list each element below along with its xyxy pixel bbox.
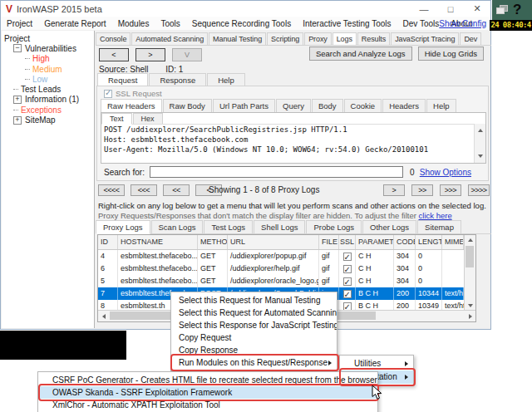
menu-utilities[interactable]: Utilities bbox=[340, 357, 413, 370]
page-next-button[interactable]: > bbox=[383, 184, 405, 196]
menu-csrf-poc-generator[interactable]: CSRF PoC Generator - Creates HTML file t… bbox=[38, 374, 377, 386]
col-file[interactable]: FILE bbox=[319, 235, 339, 249]
ssl-checkbox[interactable] bbox=[343, 253, 352, 261]
tab-hex[interactable]: Hex bbox=[133, 113, 163, 124]
tab-automated-scanning[interactable]: Automated Scanning bbox=[131, 32, 208, 45]
tab-url-path-parts[interactable]: Url Path Parts bbox=[213, 99, 275, 112]
menu-xmlchor[interactable]: XmlChor - Automatic XPATH Exploitation T… bbox=[38, 399, 377, 411]
tab-scan-logs[interactable]: Scan Logs bbox=[151, 220, 204, 233]
tree-item-high[interactable]: High bbox=[32, 54, 50, 63]
col-hostname[interactable]: HOSTNAME bbox=[118, 235, 198, 249]
log-prev-button[interactable]: < bbox=[99, 48, 129, 61]
tab-body[interactable]: Body bbox=[312, 99, 343, 112]
tree-item-information[interactable]: Information (1) bbox=[25, 95, 79, 104]
menu-run-modules[interactable]: Run Modules on this Request/Response bbox=[171, 356, 337, 369]
tab-cookie[interactable]: Cookie bbox=[344, 99, 382, 112]
tab-results[interactable]: Results bbox=[357, 32, 390, 45]
menu-owasp-skanda[interactable]: OWASP Skanda - SSRF Exploitation Framewo… bbox=[38, 386, 377, 399]
search-input[interactable] bbox=[150, 166, 403, 178]
menu-tools[interactable]: Tools bbox=[155, 19, 185, 28]
col-length[interactable]: LENGTH bbox=[416, 235, 442, 249]
scroll-right-icon[interactable] bbox=[465, 311, 475, 321]
menu-dev-tools[interactable]: Dev Tools bbox=[397, 19, 446, 28]
tab-dev[interactable]: Dev bbox=[460, 32, 481, 45]
tree-item-medium[interactable]: Medium bbox=[32, 65, 62, 74]
menu-generate-report[interactable]: Generate Report bbox=[38, 19, 112, 28]
tree-item-test-leads[interactable]: Test Leads bbox=[21, 85, 61, 94]
col-code[interactable]: CODE bbox=[394, 235, 416, 249]
table-row[interactable]: 5 esbmbltest.thefacebo... GET /uddiexplo… bbox=[98, 275, 475, 287]
menu-select-automated-scanning[interactable]: Select this Request for Automated Scanni… bbox=[171, 307, 337, 319]
page-back2-button[interactable]: << bbox=[163, 184, 190, 196]
tab-part-help[interactable]: Help bbox=[426, 99, 456, 112]
tab-javascript-tracing[interactable]: JavaScript Tracing bbox=[391, 32, 459, 45]
scroll-down-icon[interactable] bbox=[475, 151, 485, 161]
page-first-button[interactable]: <<<< bbox=[98, 184, 125, 196]
table-row[interactable]: 6 esbmbltest.thefacebo... GET /uddiexplo… bbox=[98, 262, 475, 275]
tab-proxy[interactable]: Proxy bbox=[304, 32, 332, 45]
menu-select-javascript-testing[interactable]: Select this Response for JavaScript Test… bbox=[171, 319, 337, 331]
ssl-checkbox[interactable] bbox=[343, 265, 352, 273]
scroll-up-icon[interactable] bbox=[475, 125, 485, 135]
request-scrollbar[interactable] bbox=[474, 124, 485, 163]
tab-sitemap[interactable]: Sitemap bbox=[417, 220, 461, 233]
ssl-checkbox[interactable] bbox=[343, 290, 352, 298]
tab-text[interactable]: Text bbox=[101, 113, 132, 125]
tab-probe-logs[interactable]: Probe Logs bbox=[306, 220, 362, 233]
tree-item-exceptions[interactable]: Exceptions bbox=[21, 105, 62, 115]
scroll-up-icon[interactable] bbox=[465, 235, 475, 245]
col-ssl[interactable]: SSL bbox=[339, 235, 356, 249]
expand-icon[interactable] bbox=[13, 116, 22, 125]
menu-copy-response[interactable]: Copy Response bbox=[171, 344, 337, 356]
tab-scripting[interactable]: Scripting bbox=[267, 32, 303, 45]
scroll-left-icon[interactable] bbox=[98, 311, 109, 321]
tab-headers[interactable]: Headers bbox=[382, 99, 426, 112]
ssl-checkbox[interactable] bbox=[343, 277, 352, 286]
page-next2-button[interactable]: >> bbox=[411, 184, 433, 196]
close-button[interactable]: ✕ bbox=[472, 3, 482, 14]
menu-interactive-testing-tools[interactable]: Interactive Testing Tools bbox=[297, 19, 397, 28]
col-parameters[interactable]: PARAMETERS bbox=[356, 235, 394, 249]
minimize-button[interactable]: — bbox=[419, 4, 429, 14]
show-config-link[interactable]: Show Config bbox=[439, 19, 486, 28]
tab-shell-logs[interactable]: Shell Logs bbox=[254, 220, 305, 233]
ssl-request-checkbox[interactable] bbox=[104, 90, 112, 98]
menu-select-manual-testing[interactable]: Select this Request for Manual Testing bbox=[171, 294, 337, 307]
menu-project[interactable]: Project bbox=[1, 19, 38, 28]
table-vertical-scrollbar[interactable] bbox=[464, 235, 475, 311]
tree-item-low[interactable]: Low bbox=[32, 75, 47, 84]
maximize-button[interactable]: □ bbox=[446, 4, 456, 14]
scrollbar-thumb[interactable] bbox=[466, 246, 474, 267]
request-raw-text[interactable]: POST /uddiexplorer/SearchPublicRegistrie… bbox=[104, 125, 472, 163]
tree-item-sitemap[interactable]: SiteMap bbox=[25, 115, 56, 125]
page-back3-button[interactable]: <<< bbox=[131, 184, 157, 196]
page-next3-button[interactable]: >>> bbox=[440, 184, 461, 196]
tab-raw-headers[interactable]: Raw Headers bbox=[101, 99, 162, 113]
table-row[interactable]: 4 esbmbltest.thefacebo... GET /uddiexplo… bbox=[98, 250, 475, 262]
tree-item-project[interactable]: Project bbox=[4, 34, 30, 43]
col-mime[interactable]: MIME bbox=[442, 235, 464, 249]
tab-query[interactable]: Query bbox=[276, 99, 311, 112]
tab-proxy-logs[interactable]: Proxy Logs bbox=[96, 220, 150, 234]
page-last-button[interactable]: >>>> bbox=[468, 184, 490, 196]
tab-manual-testing[interactable]: Manual Testing bbox=[209, 32, 266, 45]
tab-test-logs[interactable]: Test Logs bbox=[204, 220, 253, 233]
menu-modules[interactable]: Modules bbox=[112, 19, 155, 28]
col-method[interactable]: METHOD bbox=[198, 235, 228, 249]
search-analyze-logs-button[interactable]: Search and Analyze Logs bbox=[309, 47, 412, 61]
menu-sequence-recording-tools[interactable]: Sequence Recording Tools bbox=[186, 19, 297, 28]
col-url[interactable]: URL bbox=[228, 235, 319, 249]
show-options-link[interactable]: Show Options bbox=[420, 168, 471, 177]
tab-help[interactable]: Help bbox=[207, 73, 245, 86]
collapse-icon[interactable] bbox=[13, 44, 22, 52]
log-down-button[interactable]: V bbox=[172, 48, 202, 61]
log-next-button[interactable]: > bbox=[135, 48, 165, 61]
ssl-checkbox[interactable] bbox=[343, 302, 352, 311]
tab-response[interactable]: Response bbox=[149, 73, 206, 86]
tab-logs[interactable]: Logs bbox=[332, 32, 357, 46]
hide-log-grids-button[interactable]: Hide Log Grids bbox=[418, 47, 484, 61]
click-here-link[interactable]: click here bbox=[419, 211, 452, 220]
tab-console[interactable]: Console bbox=[96, 32, 131, 45]
tab-raw-body[interactable]: Raw Body bbox=[163, 99, 212, 112]
tree-item-vulnerabilities[interactable]: Vulnerabilities bbox=[25, 44, 76, 53]
